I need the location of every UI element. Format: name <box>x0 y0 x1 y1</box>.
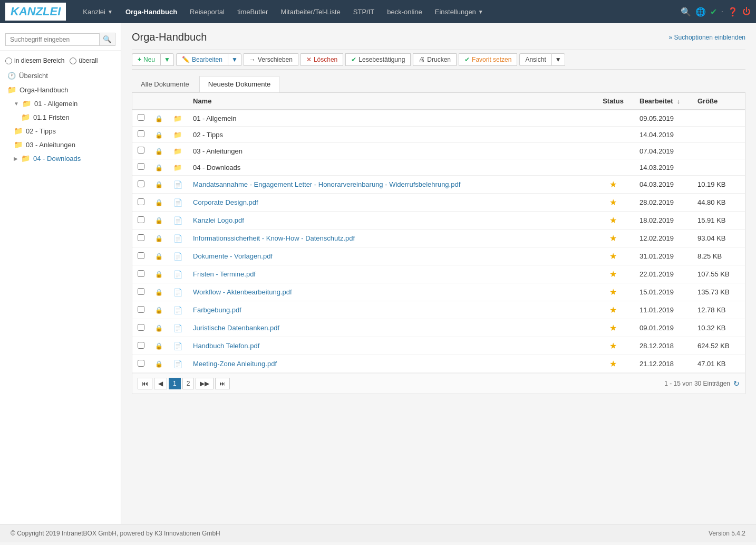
document-name[interactable]: 01 - Allgemein <box>193 114 236 122</box>
nav-timebutler[interactable]: timeButler <box>231 0 275 23</box>
row-checkbox[interactable] <box>138 163 144 170</box>
row-checkbox[interactable] <box>138 198 144 205</box>
document-name[interactable]: Farbgebung.pdf <box>193 306 241 314</box>
star-favorite-icon[interactable]: ★ <box>609 270 617 279</box>
nav-beck[interactable]: beck-online <box>381 0 429 23</box>
page-2-button[interactable]: 2 <box>182 378 195 389</box>
search-options-link[interactable]: » Suchoptionen einblenden <box>669 34 745 41</box>
print-button[interactable]: 🖨 Drucken <box>413 53 457 66</box>
document-name[interactable]: Kanzlei Logo.pdf <box>193 216 244 224</box>
col-status[interactable]: Status <box>592 93 634 110</box>
document-name[interactable]: 04 - Downloads <box>193 164 240 171</box>
star-favorite-icon[interactable]: ★ <box>609 305 617 314</box>
delete-button[interactable]: ✕ Löschen <box>301 53 343 66</box>
sidebar-item-orga[interactable]: 📁 Orga-Handbuch <box>0 83 121 97</box>
star-favorite-icon[interactable]: ★ <box>609 359 617 368</box>
nav-reiseportal[interactable]: Reiseportal <box>183 0 231 23</box>
document-name[interactable]: Fristen - Termine.pdf <box>193 270 256 278</box>
sidebar-item-allgemein[interactable]: ▼ 📁 01 - Allgemein <box>0 97 121 110</box>
help-icon[interactable]: ❓ <box>728 7 738 17</box>
row-checkbox[interactable] <box>138 270 144 277</box>
clock-icon: 🕐 <box>7 72 16 80</box>
pdf-icon: 📄 <box>173 360 182 368</box>
pdf-icon: 📄 <box>173 288 182 297</box>
nav-orga-handbuch[interactable]: Orga-Handbuch <box>119 0 183 23</box>
globe-icon[interactable]: 🌐 <box>695 7 706 17</box>
row-checkbox[interactable] <box>138 342 144 349</box>
page-1-button[interactable]: 1 <box>169 378 181 389</box>
row-checkbox[interactable] <box>138 216 144 223</box>
last-page-button[interactable]: ⏭ <box>215 378 230 389</box>
search-radio-all[interactable]: überall <box>70 57 98 64</box>
power-icon[interactable]: ⏻ <box>742 7 751 16</box>
view-arrow-button[interactable]: ▼ <box>551 53 565 66</box>
sidebar-item-anleitungen[interactable]: 📁 03 - Anleitungen <box>0 138 121 151</box>
tab-alle-dokumente[interactable]: Alle Dokumente <box>132 76 198 92</box>
nav-mitarbeiter[interactable]: Mitarbeiter/Tel-Liste <box>274 0 346 23</box>
nav-einstellungen[interactable]: Einstellungen ▼ <box>429 0 490 23</box>
row-checkbox[interactable] <box>138 180 144 187</box>
folder-icon-anleitungen: 📁 <box>14 140 23 149</box>
star-favorite-icon[interactable]: ★ <box>609 216 617 225</box>
star-favorite-icon[interactable]: ★ <box>609 198 617 207</box>
refresh-icon[interactable]: ↻ <box>733 379 740 388</box>
row-checkbox[interactable] <box>138 306 144 313</box>
new-button[interactable]: + Neu <box>132 53 160 66</box>
prev-page-button[interactable]: ◀ <box>154 378 167 389</box>
document-name[interactable]: Workflow - Aktenbearbeitung.pdf <box>193 288 292 296</box>
row-checkbox[interactable] <box>138 324 144 331</box>
table-row: 🔒 📄 Corporate Design.pdf ★ 28.02.2019 44… <box>132 194 745 212</box>
toolbar: + Neu ▼ ✏️ Bearbeiten ▼ → Verschieben ✕ … <box>132 50 745 70</box>
row-checkbox[interactable] <box>138 288 144 295</box>
first-page-button[interactable]: ⏮ <box>138 378 152 389</box>
document-name[interactable]: Meeting-Zone Anleitung.pdf <box>193 360 277 368</box>
document-date: 14.04.2019 <box>639 131 674 139</box>
search-icon[interactable]: 🔍 <box>681 7 691 17</box>
document-name[interactable]: Corporate Design.pdf <box>193 198 258 206</box>
view-button[interactable]: Ansicht <box>519 53 551 66</box>
document-table: Name Status Bearbeitet ↓ Größe 🔒 📁 01 - … <box>132 92 745 394</box>
col-name[interactable]: Name <box>188 93 592 110</box>
star-favorite-icon[interactable]: ★ <box>609 288 617 297</box>
star-favorite-icon[interactable]: ★ <box>609 252 617 261</box>
read-confirm-button[interactable]: ✔ Lesebestätigung <box>345 53 411 66</box>
row-checkbox[interactable] <box>138 252 144 259</box>
nav-stp[interactable]: STP/IT <box>347 0 381 23</box>
document-name[interactable]: Handbuch Telefon.pdf <box>193 342 259 350</box>
search-radio-area[interactable]: in diesem Bereich <box>5 57 64 64</box>
sidebar-item-fristen[interactable]: 📁 01.1 Fristen <box>0 110 121 124</box>
sidebar-item-downloads[interactable]: ▶ 📁 04 - Downloads <box>0 151 121 165</box>
document-name[interactable]: 03 - Anleitungen <box>193 147 243 155</box>
row-checkbox[interactable] <box>138 114 144 121</box>
edit-button[interactable]: ✏️ Bearbeiten <box>176 53 228 66</box>
tab-neueste-dokumente[interactable]: Neueste Dokumente <box>199 76 280 92</box>
row-checkbox[interactable] <box>138 130 144 137</box>
row-checkbox[interactable] <box>138 360 144 367</box>
move-button[interactable]: → Verschieben <box>244 53 298 66</box>
search-input[interactable] <box>5 33 100 46</box>
check-icon[interactable]: ✔ <box>710 7 717 17</box>
star-favorite-icon[interactable]: ★ <box>609 180 617 189</box>
row-checkbox[interactable] <box>138 147 144 154</box>
new-arrow-button[interactable]: ▼ <box>160 53 174 66</box>
row-checkbox[interactable] <box>138 234 144 241</box>
document-name[interactable]: Informationssicherheit - Know-How - Date… <box>193 234 355 242</box>
brand-logo[interactable]: KANZLEI <box>5 3 66 21</box>
col-date[interactable]: Bearbeitet ↓ <box>634 93 692 110</box>
search-button[interactable]: 🔍 <box>99 33 115 46</box>
document-name[interactable]: Mandatsannahme - Engagement Letter - Hon… <box>193 180 460 188</box>
nav-kanzlei[interactable]: Kanzlei ▼ <box>76 0 119 23</box>
star-favorite-icon[interactable]: ★ <box>609 323 617 332</box>
star-favorite-icon[interactable]: ★ <box>609 234 617 243</box>
edit-arrow-button[interactable]: ▼ <box>228 53 241 66</box>
col-size[interactable]: Größe <box>692 93 745 110</box>
document-name[interactable]: 02 - Tipps <box>193 131 223 139</box>
document-name[interactable]: Dokumente - Vorlagen.pdf <box>193 252 273 260</box>
star-favorite-icon[interactable]: ★ <box>609 341 617 350</box>
favorite-button[interactable]: ✔ Favorit setzen <box>459 53 517 66</box>
sidebar-item-tipps[interactable]: 📁 02 - Tipps <box>0 124 121 138</box>
sidebar-overview[interactable]: 🕐 Übersicht <box>0 69 121 83</box>
next-page-button[interactable]: ▶▶ <box>196 378 214 389</box>
folder-icon: 📁 <box>173 147 182 155</box>
document-name[interactable]: Juristische Datenbanken.pdf <box>193 324 279 332</box>
